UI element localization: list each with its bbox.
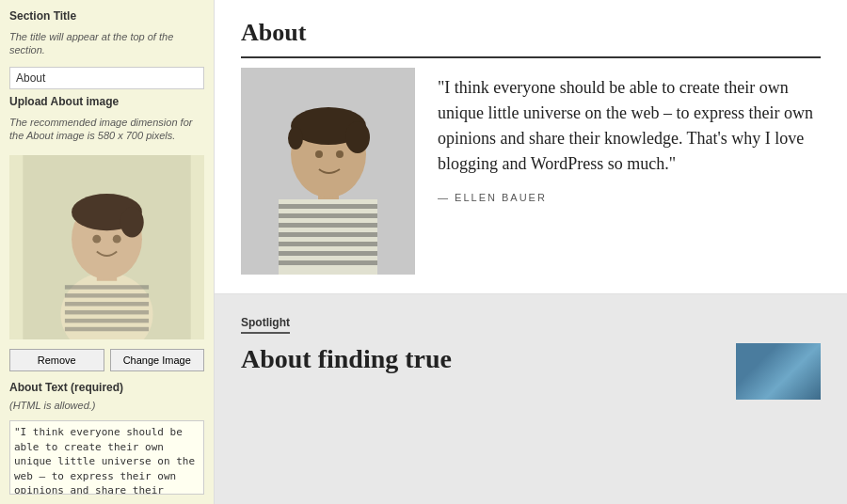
svg-rect-5	[65, 310, 149, 314]
upload-image-hint: The recommended image dimension for the …	[9, 116, 204, 143]
svg-rect-19	[279, 232, 377, 237]
about-text-textarea[interactable]: "I think everyone should be able to crea…	[9, 420, 204, 495]
section-title-input[interactable]	[9, 67, 204, 89]
svg-rect-21	[279, 251, 377, 256]
svg-rect-2	[65, 285, 149, 289]
svg-point-27	[288, 127, 303, 150]
svg-rect-3	[65, 293, 149, 297]
spotlight-section: Spotlight About finding true	[215, 294, 847, 504]
svg-point-11	[120, 207, 144, 237]
spotlight-thumbnail	[736, 343, 821, 400]
change-image-button[interactable]: Change Image	[110, 349, 205, 371]
left-panel: Section Title The title will appear at t…	[0, 0, 215, 504]
svg-rect-7	[65, 327, 149, 331]
svg-rect-6	[65, 319, 149, 323]
svg-rect-17	[279, 213, 377, 218]
spotlight-title: About finding true	[241, 343, 721, 375]
about-section-title: About	[241, 19, 821, 58]
svg-rect-18	[279, 223, 377, 228]
image-preview	[9, 155, 204, 339]
spotlight-label: Spotlight	[241, 316, 290, 334]
upload-image-label: Upload About image	[9, 95, 204, 108]
remove-image-button[interactable]: Remove	[9, 349, 104, 371]
about-content: "I think everyone should be able to crea…	[241, 68, 821, 275]
about-quote-text: "I think everyone should be able to crea…	[438, 75, 821, 177]
about-quote-block: "I think everyone should be able to crea…	[438, 68, 821, 203]
svg-rect-4	[65, 302, 149, 306]
svg-point-12	[92, 235, 101, 244]
spotlight-row: About finding true	[241, 343, 821, 400]
about-text-label: About Text (required)	[9, 381, 204, 394]
svg-point-28	[315, 150, 323, 158]
image-action-buttons: Remove Change Image	[9, 349, 204, 371]
svg-point-26	[345, 121, 370, 153]
svg-rect-20	[279, 242, 377, 246]
about-text-hint: (HTML is allowed.)	[9, 400, 204, 411]
svg-point-29	[336, 150, 344, 158]
about-section-image	[241, 68, 415, 275]
svg-rect-16	[279, 204, 377, 209]
svg-point-13	[113, 235, 121, 244]
about-quote-attribution: — ELLEN BAUER	[438, 192, 821, 203]
svg-rect-22	[279, 260, 377, 265]
about-section: About	[215, 0, 847, 294]
right-panel: About	[215, 0, 847, 504]
section-title-hint: The title will appear at the top of the …	[9, 30, 204, 57]
section-title-label: Section Title	[9, 9, 204, 23]
